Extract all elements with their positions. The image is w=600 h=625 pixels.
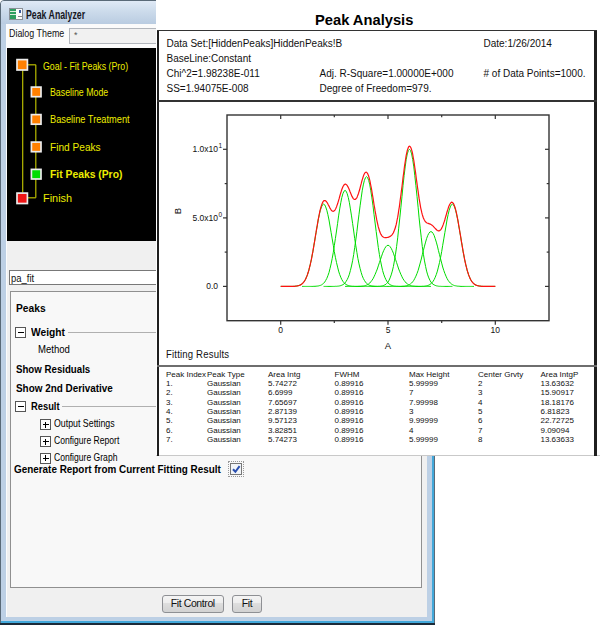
- svg-text:5: 5: [386, 325, 391, 335]
- svg-text:10: 10: [491, 325, 501, 335]
- svg-text:B: B: [172, 208, 183, 214]
- svg-text:1.0x10: 1.0x10: [192, 144, 218, 154]
- svg-text:0.0: 0.0: [206, 281, 218, 291]
- svg-text:A: A: [385, 340, 392, 351]
- svg-text:1: 1: [219, 142, 223, 149]
- svg-text:0: 0: [219, 211, 223, 218]
- svg-text:5.0x10: 5.0x10: [192, 213, 218, 223]
- svg-text:0: 0: [278, 325, 283, 335]
